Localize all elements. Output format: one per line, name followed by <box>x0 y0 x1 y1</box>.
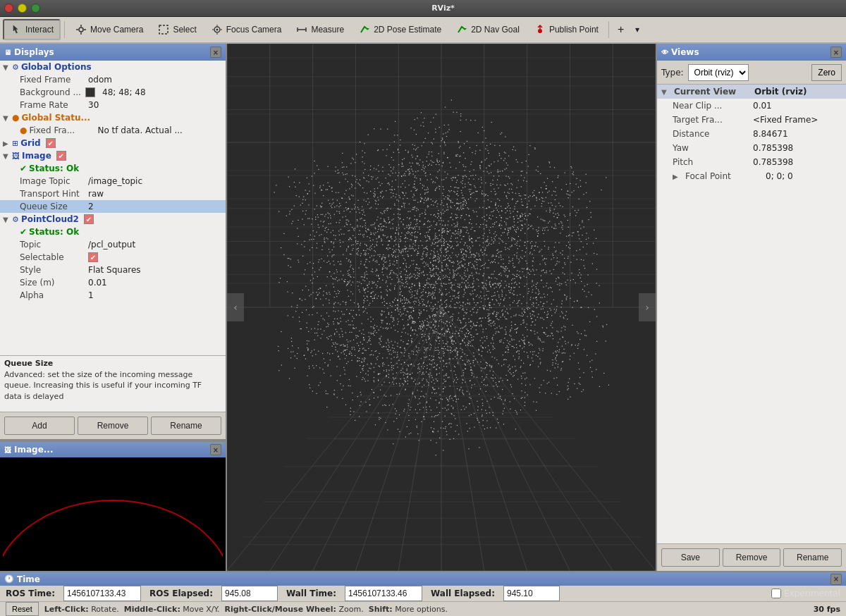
target-frame-value: <Fixed Frame> <box>753 115 818 125</box>
fixed-frame-row[interactable]: Fixed Frame odom <box>0 73 226 86</box>
maximize-button[interactable] <box>31 4 40 13</box>
views-close-button[interactable]: × <box>830 47 842 58</box>
image-checkbox[interactable]: ✔ <box>56 151 66 161</box>
pc-style-row[interactable]: Style Flat Squares <box>0 264 226 276</box>
fixed-frame-err-row[interactable]: ● Fixed Fra... No tf data. Actual ... <box>0 124 226 137</box>
image-canvas <box>0 457 226 571</box>
interact-label: Interact <box>25 25 54 35</box>
experimental-checkbox[interactable] <box>771 589 781 598</box>
focal-point-key: Focal Point <box>685 171 763 181</box>
yaw-key: Yaw <box>673 143 750 153</box>
remove-button[interactable]: Remove <box>78 417 148 435</box>
grid-checkbox[interactable]: ✔ <box>46 138 56 148</box>
toolbar-separator-1 <box>64 21 65 38</box>
transport-hint-row[interactable]: Transport Hint raw <box>0 187 226 200</box>
frame-rate-key: Frame Rate <box>20 100 83 110</box>
titlebar: RViz* <box>0 0 846 17</box>
ros-elapsed-input[interactable] <box>221 586 278 601</box>
transport-hint-value: raw <box>88 189 104 199</box>
wall-time-label: Wall Time: <box>286 589 336 598</box>
wall-time-input[interactable] <box>345 586 422 601</box>
displays-panel-icon: 🖥 <box>4 49 11 56</box>
pc-selectable-key: Selectable <box>20 252 83 262</box>
near-clip-row[interactable]: Near Clip ... 0.01 <box>657 99 846 113</box>
views-buttons: Save Remove Rename <box>657 543 846 571</box>
views-remove-button[interactable]: Remove <box>723 548 781 567</box>
rename-button[interactable]: Rename <box>151 417 221 435</box>
frame-rate-row[interactable]: Frame Rate 30 <box>0 99 226 111</box>
focus-camera-button[interactable]: Focus Camera <box>204 19 288 40</box>
background-row[interactable]: Background ... 48; 48; 48 <box>0 86 226 99</box>
image-checkbox-area: ✔ <box>56 151 66 161</box>
global-status-row[interactable]: ▼ ● Global Statu... <box>0 111 226 124</box>
reset-button[interactable]: Reset <box>6 602 39 616</box>
distance-row[interactable]: Distance 8.84671 <box>657 127 846 141</box>
pose-estimate-button[interactable]: 2D Pose Estimate <box>352 19 448 40</box>
publish-point-button[interactable]: Publish Point <box>527 19 605 40</box>
grid-svg <box>227 44 656 571</box>
pc-topic-row[interactable]: Topic /pcl_output <box>0 238 226 251</box>
views-type-select[interactable]: Orbit (rviz) <box>688 64 749 81</box>
focal-point-row[interactable]: ▶ Focal Point 0; 0; 0 <box>657 169 846 183</box>
toolbar: Interact Move Camera Select Focus Camera… <box>0 17 846 44</box>
pc-selectable-checkbox[interactable]: ✔ <box>88 252 98 262</box>
time-content: ROS Time: 1456107133.43 ROS Elapsed: Wal… <box>0 586 846 601</box>
measure-label: Measure <box>311 25 344 35</box>
close-button[interactable] <box>4 4 13 13</box>
frame-rate-value: 30 <box>88 100 99 110</box>
image-icon: 🖼 <box>12 152 20 161</box>
global-options-row[interactable]: ▼ ⚙ Global Options <box>0 61 226 73</box>
image-topic-row[interactable]: Image Topic /image_topic <box>0 175 226 187</box>
svg-point-0 <box>79 27 83 32</box>
image-panel-close-button[interactable]: × <box>210 444 221 455</box>
measure-button[interactable]: Measure <box>289 19 350 40</box>
target-frame-row[interactable]: Target Fra... <Fixed Frame> <box>657 113 846 127</box>
viewport[interactable]: ‹ › <box>227 44 656 571</box>
pointcloud2-checkbox[interactable]: ✔ <box>84 214 94 224</box>
image-panel-icon: 🖼 <box>4 446 11 454</box>
pitch-value: 0.785398 <box>753 157 793 167</box>
interact-button[interactable]: Interact <box>3 19 61 40</box>
move-camera-button[interactable]: Move Camera <box>68 19 149 40</box>
queue-size-row[interactable]: Queue Size 2 <box>0 200 226 213</box>
current-view-header-row[interactable]: ▼ Current View Orbit (rviz) <box>657 85 846 99</box>
views-save-button[interactable]: Save <box>661 548 720 567</box>
toolbar-menu-button[interactable]: ▾ <box>630 19 644 40</box>
pc-size-row[interactable]: Size (m) 0.01 <box>0 276 226 289</box>
pointcloud2-expand: ▼ <box>3 216 10 223</box>
pointcloud2-icon: ⚙ <box>12 215 19 224</box>
grid-icon: ⊞ <box>12 139 18 148</box>
pc-selectable-row[interactable]: Selectable ✔ <box>0 251 226 264</box>
views-zero-button[interactable]: Zero <box>811 64 842 81</box>
yaw-row[interactable]: Yaw 0.785398 <box>657 141 846 155</box>
pitch-row[interactable]: Pitch 0.785398 <box>657 155 846 169</box>
status-bar: 🕐 Time × ROS Time: 1456107133.43 ROS Ela… <box>0 571 846 616</box>
pointcloud2-row[interactable]: ▼ ⚙ PointCloud2 ✔ <box>0 213 226 226</box>
hint-text: Left-Click: Rotate. Middle-Click: Move X… <box>44 605 448 614</box>
transport-hint-key: Transport Hint <box>20 189 83 199</box>
pc-alpha-row[interactable]: Alpha 1 <box>0 289 226 302</box>
wall-elapsed-input[interactable] <box>503 586 560 601</box>
displays-close-button[interactable]: × <box>210 47 221 58</box>
add-button[interactable]: Add <box>4 417 75 435</box>
displays-panel: 🖥 Displays × ▼ ⚙ Global Options Fixed Fr… <box>0 44 226 441</box>
viewport-nav-right[interactable]: › <box>639 293 656 321</box>
grid-row[interactable]: ▶ ⊞ Grid ✔ <box>0 137 226 149</box>
select-label: Select <box>173 25 196 35</box>
focal-point-value: 0; 0; 0 <box>766 171 793 181</box>
status-checkmark: ✔ <box>20 164 27 173</box>
viewport-nav-left[interactable]: ‹ <box>227 293 244 321</box>
image-row[interactable]: ▼ 🖼 Image ✔ <box>0 149 226 162</box>
fps-display: 30 fps <box>814 605 840 614</box>
grid-label: Grid <box>20 138 40 148</box>
nav-goal-button[interactable]: 2D Nav Goal <box>449 19 526 40</box>
views-rename-button[interactable]: Rename <box>783 548 842 567</box>
select-button[interactable]: Select <box>151 19 202 40</box>
pc-size-key: Size (m) <box>20 278 83 288</box>
add-toolbar-button[interactable]: + <box>613 19 629 40</box>
minimize-button[interactable] <box>18 4 27 13</box>
ros-time-input[interactable]: 1456107133.43 <box>63 586 141 601</box>
time-close-button[interactable]: × <box>830 574 842 585</box>
nav-goal-icon <box>455 23 468 36</box>
global-status-label: Global Statu... <box>21 113 90 123</box>
